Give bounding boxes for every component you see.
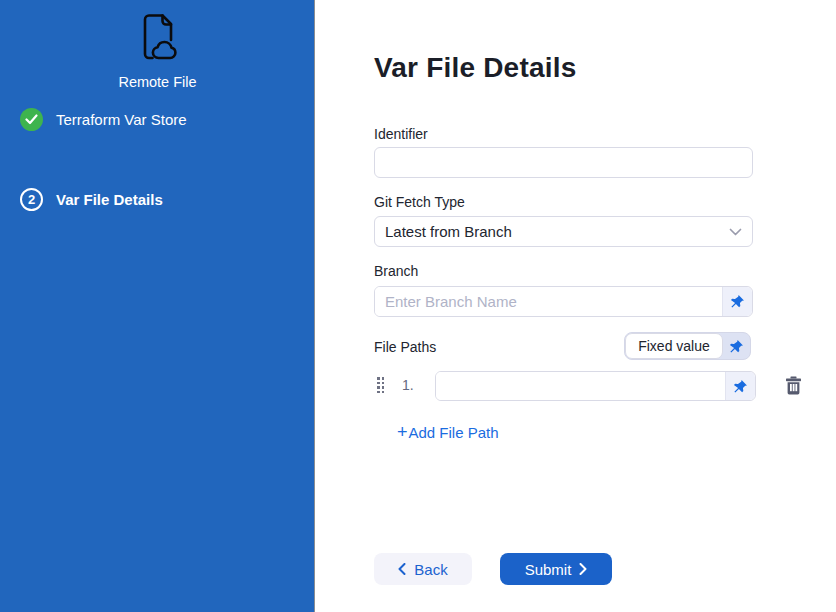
file-paths-label: File Paths xyxy=(374,339,436,355)
git-fetch-type-label: Git Fetch Type xyxy=(374,194,465,210)
identifier-input[interactable] xyxy=(374,147,753,178)
add-file-path-button[interactable]: + Add File Path xyxy=(397,424,499,441)
sidebar-step-var-file-details[interactable]: 2 Var File Details xyxy=(20,188,163,211)
file-path-input-group xyxy=(435,371,756,401)
git-fetch-type-value: Latest from Branch xyxy=(385,223,512,240)
step-number-badge: 2 xyxy=(20,188,43,211)
delete-file-path-button[interactable] xyxy=(782,373,804,397)
drag-handle-icon[interactable] xyxy=(377,377,386,395)
submit-button-label: Submit xyxy=(525,561,572,578)
value-type-pin-button[interactable] xyxy=(723,333,750,359)
add-file-path-label: Add File Path xyxy=(409,424,499,441)
file-path-row-index: 1. xyxy=(402,377,414,393)
trash-icon xyxy=(785,376,802,395)
back-button-label: Back xyxy=(414,561,447,578)
plus-icon: + xyxy=(397,425,408,440)
identifier-label: Identifier xyxy=(374,126,428,142)
step-label: Var File Details xyxy=(56,191,163,208)
file-cloud-icon xyxy=(132,8,184,66)
pin-icon xyxy=(733,379,748,394)
step-label: Terraform Var Store xyxy=(56,111,187,128)
var-file-details-wizard: Remote File Terraform Var Store 2 Var Fi… xyxy=(0,0,836,612)
pin-icon xyxy=(730,294,745,309)
sidebar-step-terraform-var-store[interactable]: Terraform Var Store xyxy=(20,108,187,131)
file-path-input[interactable] xyxy=(436,372,725,400)
back-button[interactable]: Back xyxy=(374,553,472,585)
branch-pin-button[interactable] xyxy=(722,287,752,316)
chevron-right-icon xyxy=(579,563,587,575)
file-path-pin-button[interactable] xyxy=(725,372,755,400)
git-fetch-type-select[interactable]: Latest from Branch xyxy=(374,216,753,247)
brand-label: Remote File xyxy=(0,74,315,90)
submit-button[interactable]: Submit xyxy=(500,553,612,585)
pin-icon xyxy=(729,339,744,354)
branch-input-group xyxy=(374,286,753,317)
branch-input[interactable] xyxy=(375,287,722,316)
check-icon xyxy=(20,108,43,131)
file-path-row: 1. xyxy=(316,371,836,402)
page-title: Var File Details xyxy=(374,52,576,84)
file-paths-value-type-selector[interactable]: Fixed value xyxy=(624,332,751,360)
chevron-left-icon xyxy=(398,563,406,575)
wizard-sidebar: Remote File Terraform Var Store 2 Var Fi… xyxy=(0,0,315,612)
value-type-pill: Fixed value xyxy=(625,333,723,359)
remote-file-brand: Remote File xyxy=(0,8,315,90)
chevron-down-icon xyxy=(729,228,742,236)
var-file-details-form: Var File Details Identifier Git Fetch Ty… xyxy=(316,0,836,612)
branch-label: Branch xyxy=(374,263,418,279)
